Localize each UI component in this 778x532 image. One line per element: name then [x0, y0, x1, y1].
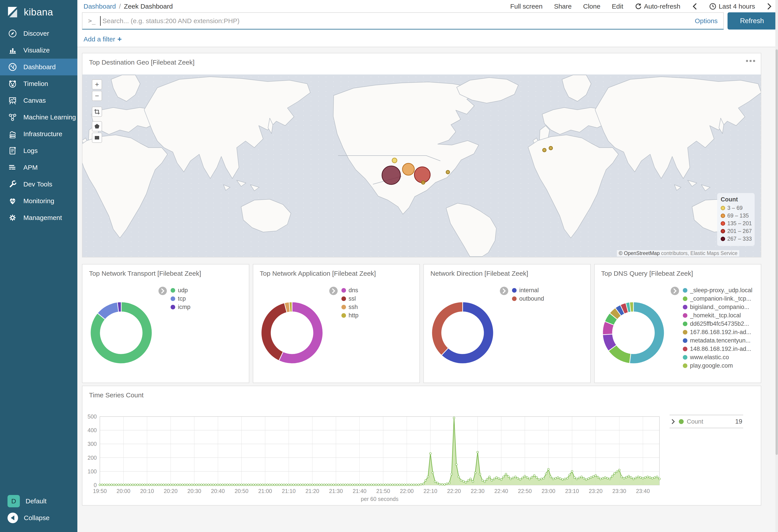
legend-item[interactable]: _homekit._tcp.local — [683, 311, 753, 319]
page-scrollbar[interactable] — [775, 0, 778, 532]
legend-item[interactable]: 148.86.168.192.in-ad... — [683, 345, 753, 353]
legend-label: 201 – 267 — [727, 228, 752, 234]
sidebar-item-dev-tools[interactable]: Dev Tools — [0, 176, 77, 193]
svg-text:500: 500 — [87, 413, 97, 420]
legend-expand-chevron[interactable] — [671, 419, 676, 425]
sidebar-item-infrastructure[interactable]: Infrastructure — [0, 126, 77, 142]
legend-toggle-button[interactable] — [158, 287, 167, 295]
legend-item[interactable]: outbound — [512, 294, 544, 303]
breadcrumb-dashboard-link[interactable]: Dashboard — [84, 3, 116, 10]
map-bubble[interactable] — [382, 166, 400, 184]
legend-item[interactable]: _companion-link._tcp... — [683, 294, 753, 303]
clone-button[interactable]: Clone — [583, 3, 600, 10]
world-map[interactable]: + − — [82, 74, 761, 257]
donut-chart[interactable] — [601, 301, 666, 365]
legend-toggle-button[interactable] — [671, 287, 679, 295]
share-button[interactable]: Share — [554, 3, 572, 10]
map-bubble[interactable] — [446, 170, 450, 174]
map-bubble[interactable] — [392, 158, 397, 163]
sidebar-item-monitoring[interactable]: Monitoring — [0, 193, 77, 209]
panel-options-icon[interactable] — [746, 60, 755, 62]
draw-polygon-button[interactable] — [92, 121, 102, 131]
legend-swatch — [171, 296, 175, 301]
sidebar-item-default-space[interactable]: D Default — [0, 493, 77, 510]
legend-toggle-button[interactable] — [499, 287, 509, 295]
scrollbar-thumb[interactable] — [776, 49, 778, 455]
donut-slice-ssl[interactable] — [261, 303, 287, 361]
legend-swatch — [171, 305, 175, 309]
donut-slice-outbound[interactable] — [432, 302, 463, 355]
map-legend-item: 201 – 267 — [721, 228, 755, 234]
donut-legend: udptcpicmp — [171, 286, 190, 311]
ml-icon — [7, 112, 18, 122]
legend-toggle-button[interactable] — [329, 287, 338, 295]
legend-label: 167.86.168.192.in-ad... — [690, 329, 751, 336]
zoom-in-button[interactable]: + — [92, 79, 102, 89]
legend-item[interactable]: play.google.com — [683, 362, 753, 370]
legend-item[interactable]: ssl — [341, 294, 359, 303]
sidebar-item-discover[interactable]: Discover — [0, 25, 77, 42]
zoom-out-button[interactable]: − — [92, 91, 102, 101]
legend-label: bigisland._companio... — [690, 304, 749, 310]
sidebar-item-collapse[interactable]: Collapse — [0, 510, 77, 526]
legend-item[interactable]: dd625ffb4fc54735b2... — [683, 319, 753, 328]
sidebar-item-machine-learning[interactable]: Machine Learning — [0, 109, 77, 126]
donut-chart[interactable] — [89, 301, 153, 365]
legend-label: play.google.com — [690, 362, 733, 369]
sidebar-item-label: Monitoring — [23, 197, 54, 205]
dashboard-content: Top Destination Geo [Filebeat Zeek] + − — [77, 47, 778, 532]
legend-item[interactable]: bigisland._companio... — [683, 303, 753, 311]
auto-refresh-button[interactable]: Auto-refresh — [635, 3, 680, 10]
legend-item[interactable]: 167.86.168.192.in-ad... — [683, 328, 753, 336]
sidebar-item-visualize[interactable]: Visualize — [0, 42, 77, 59]
legend-swatch — [683, 305, 687, 309]
time-picker[interactable]: Last 4 hours — [709, 3, 755, 10]
sidebar-item-apm[interactable]: APM — [0, 159, 77, 176]
x-axis-tick: 21:10 — [282, 488, 296, 494]
map-bubble[interactable] — [543, 148, 546, 152]
legend-item[interactable]: ssh — [341, 303, 359, 311]
legend-label: 69 – 135 — [727, 213, 749, 219]
time-back-chevron[interactable] — [692, 3, 698, 10]
sidebar-item-canvas[interactable]: Canvas — [0, 92, 77, 109]
add-filter-link[interactable]: Add a filter+ — [84, 35, 122, 44]
legend-item[interactable]: dns — [341, 286, 359, 294]
sidebar-item-logs[interactable]: Logs — [0, 142, 77, 159]
legend-swatch — [721, 206, 725, 210]
legend-item[interactable]: _sleep-proxy._udp.local — [683, 286, 753, 294]
map-bubble[interactable] — [421, 181, 425, 184]
legend-item[interactable]: www.elastic.co — [683, 353, 753, 362]
map-bubble[interactable] — [402, 163, 414, 175]
legend-item[interactable]: internal — [512, 286, 544, 294]
legend-item[interactable]: udp — [171, 286, 190, 294]
donut-slice-_sleep-proxy._udp.local[interactable] — [629, 302, 664, 364]
legend-item[interactable]: http — [341, 311, 359, 319]
panel-title: Top Network Transport [Filebeat Zeek] — [82, 264, 249, 277]
time-series-legend[interactable]: Count 19 — [670, 415, 743, 428]
sidebar-item-dashboard[interactable]: Dashboard — [0, 59, 77, 75]
infra-icon — [7, 129, 18, 139]
legend-item[interactable]: metadata.tencentyun... — [683, 336, 753, 345]
sidebar-item-management[interactable]: Management — [0, 209, 77, 226]
x-axis-tick: 22:50 — [518, 488, 532, 494]
kibana-logo[interactable]: kibana — [0, 0, 77, 25]
legend-item[interactable]: tcp — [171, 294, 190, 303]
fit-bounds-button[interactable] — [92, 107, 102, 117]
draw-rectangle-button[interactable] — [92, 133, 102, 143]
map-bubble[interactable] — [414, 167, 430, 183]
sidebar-item-timelion[interactable]: Timelion — [0, 75, 77, 92]
legend-label: 148.86.168.192.in-ad... — [690, 346, 751, 353]
text-cursor — [100, 16, 101, 26]
search-input[interactable] — [102, 17, 691, 25]
donut-chart[interactable] — [431, 301, 495, 365]
refresh-cycle-icon — [635, 3, 642, 10]
edit-button[interactable]: Edit — [612, 3, 623, 10]
refresh-button[interactable]: Refresh — [727, 12, 776, 29]
time-forward-chevron[interactable] — [767, 3, 772, 10]
map-bubble[interactable] — [549, 146, 553, 150]
query-options-link[interactable]: Options — [695, 17, 718, 25]
time-series-chart[interactable]: 500400300200100019:5020:0020:1020:2020:3… — [82, 386, 761, 505]
donut-chart[interactable] — [260, 301, 324, 365]
full-screen-button[interactable]: Full screen — [510, 3, 543, 10]
legend-item[interactable]: icmp — [171, 303, 190, 311]
